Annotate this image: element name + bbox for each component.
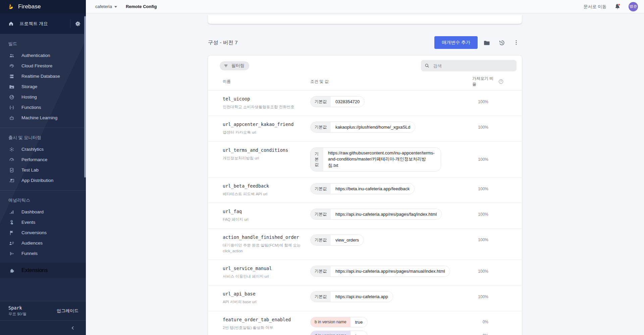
filter-button[interactable]: 필터링 bbox=[220, 61, 249, 70]
sidebar-item-label: Performance bbox=[21, 157, 47, 162]
section-label-release-monitor: 출시 및 모니터링 bbox=[0, 128, 86, 144]
add-parameter-button[interactable]: 매개변수 추가 bbox=[434, 36, 478, 49]
sidebar-item-hosting[interactable]: Hosting bbox=[0, 92, 86, 102]
value-line: 기본값 https://api.inu-cafeteria.app/res/pa… bbox=[310, 266, 522, 277]
previous-card-edge bbox=[208, 15, 522, 24]
value-pill: b in version name true bbox=[310, 317, 368, 327]
sidebar-item-events[interactable]: Events bbox=[0, 217, 86, 227]
value-pill: 기본값 https://api.inu-cafeteria.app/res/pa… bbox=[310, 266, 450, 277]
sidebar-item-label: Extensions bbox=[21, 267, 48, 273]
sidebar-collapse-bar[interactable] bbox=[0, 320, 86, 335]
sidebar-item-app-distribution[interactable]: App Distribution bbox=[0, 175, 86, 186]
sidebar-item-project-overview[interactable]: 프로젝트 개요 bbox=[0, 13, 86, 34]
param-value: kakaoplus://plusfriend/home/_xgxaSLd bbox=[331, 122, 415, 132]
table-row[interactable]: tel_uicoop 인천대학교 소비자생활협동조합 전화번호 기본값 0328… bbox=[208, 90, 522, 116]
sidebar-item-extensions[interactable]: Extensions bbox=[0, 263, 86, 278]
sidebar-item-cloud-firestore[interactable]: Cloud Firestore bbox=[0, 61, 86, 71]
sidebar-item-label: Machine Learning bbox=[21, 115, 57, 120]
table-row[interactable]: feature_order_tab_enabled 2번 탭(번호알림) 활성화… bbox=[208, 311, 522, 335]
more-options-button[interactable] bbox=[511, 37, 522, 48]
bar-chart-icon bbox=[9, 209, 15, 215]
table-row[interactable]: url_api_base API 서버의 base url 기본값 https:… bbox=[208, 285, 522, 311]
gear-icon[interactable] bbox=[74, 20, 81, 27]
table-row[interactable]: url_faq FAQ 페이지 url 기본값 https://api.inu-… bbox=[208, 203, 522, 228]
param-name: url_faq bbox=[223, 209, 310, 214]
param-cell: url_api_base API 서버의 base url bbox=[223, 291, 310, 305]
value-pill: d in version name true bbox=[310, 331, 368, 335]
sidebar-item-audiences[interactable]: Audiences bbox=[0, 238, 86, 248]
sidebar-item-conversions[interactable]: Conversions bbox=[0, 227, 86, 238]
sidebar-item-dashboard[interactable]: Dashboard bbox=[0, 207, 86, 217]
values-cell: 기본값 https://beta.inu-cafeteria.app/feedb… bbox=[310, 183, 522, 197]
plan-price: 무료 $0/월 bbox=[8, 312, 26, 317]
sidebar-item-authentication[interactable]: Authentication bbox=[0, 50, 86, 61]
brand-name: Firebase bbox=[18, 3, 41, 10]
sidebar-item-label: Conversions bbox=[21, 230, 47, 235]
condition-chip: 기본값 bbox=[311, 266, 331, 276]
value-line: 기본값 https://api.inu-cafeteria.app/res/pa… bbox=[310, 209, 522, 220]
card-toolbar: 필터링 bbox=[208, 56, 522, 76]
help-icon[interactable]: ? bbox=[499, 79, 503, 84]
sidebar-item-functions[interactable]: Functions bbox=[0, 102, 86, 113]
fetch-percent: 0% bbox=[472, 333, 522, 335]
avatar[interactable]: 병준 bbox=[629, 2, 638, 11]
sidebar-item-label: Hosting bbox=[21, 94, 37, 99]
param-value: view_orders bbox=[331, 235, 364, 245]
go-to-docs-link[interactable]: 문서로 이동 bbox=[583, 4, 606, 10]
param-description: 앱센터 카카오톡 url bbox=[223, 130, 303, 135]
param-description: 서비스 이용안내 페이지 url bbox=[223, 274, 303, 279]
value-line: 기본값 view_orders 100% bbox=[310, 234, 522, 246]
sidebar-item-label: Authentication bbox=[21, 53, 50, 58]
values-cell: 기본값 https://api.inu-cafeteria.app/res/pa… bbox=[310, 266, 522, 279]
sidebar-item-machine-learning[interactable]: Machine Learning bbox=[0, 113, 86, 123]
table-row[interactable]: url_appcenter_kakao_friend 앱센터 카카오톡 url … bbox=[208, 116, 522, 141]
crashlytics-burst-icon bbox=[9, 146, 15, 152]
value-pill: 기본값 https://raw.githubusercontent.com/in… bbox=[310, 147, 441, 172]
param-value: https://api.inu-cafeteria.app/res/pages/… bbox=[331, 266, 450, 276]
sidebar-item-label: Realtime Database bbox=[21, 74, 60, 79]
sidebar-scrollbar[interactable] bbox=[84, 16, 86, 178]
param-cell: url_beta_feedback 베타테스트 피드백 API url bbox=[223, 183, 310, 197]
param-description: 베타테스트 피드백 API url bbox=[223, 191, 303, 197]
remote-config-content: 구성 - 버전 7 매개변수 추가 bbox=[86, 13, 644, 335]
project-switcher[interactable]: cafeteria bbox=[95, 4, 117, 9]
section-label-build: 빌드 bbox=[0, 34, 86, 50]
search-input[interactable] bbox=[432, 63, 513, 69]
sidebar-item-label: App Distribution bbox=[21, 178, 53, 183]
search-box[interactable] bbox=[421, 60, 517, 71]
history-button[interactable] bbox=[496, 37, 507, 48]
sidebar-item-storage[interactable]: Storage bbox=[0, 81, 86, 92]
fetch-percent: 100% bbox=[472, 269, 522, 274]
topbar: cafeteria Remote Config 문서로 이동 병준 bbox=[86, 0, 644, 13]
param-value: https://beta.inu-cafeteria.app/feedback bbox=[331, 184, 414, 194]
notifications-bell-icon[interactable] bbox=[614, 3, 621, 10]
table-row[interactable]: url_beta_feedback 베타테스트 피드백 API url 기본값 … bbox=[208, 177, 522, 203]
firebase-logo[interactable]: Firebase bbox=[0, 0, 86, 13]
chevron-left-icon[interactable] bbox=[70, 325, 76, 331]
upgrade-button[interactable]: 업그레이드 bbox=[57, 308, 78, 314]
param-cell: url_faq FAQ 페이지 url bbox=[223, 209, 310, 222]
config-title: 구성 - 버전 7 bbox=[208, 39, 238, 46]
param-name: action_handle_finished_order bbox=[223, 234, 310, 240]
table-row[interactable]: url_terms_and_conditions 개인정보처리방침 url 기본… bbox=[208, 141, 522, 178]
fetch-percent: 100% bbox=[472, 294, 522, 299]
condition-chip: 기본값 bbox=[311, 96, 331, 107]
config-actions: 매개변수 추가 bbox=[434, 36, 522, 49]
sidebar-item-performance[interactable]: Performance bbox=[0, 154, 86, 165]
table-row[interactable]: action_handle_finished_order 대기중이던 주문 완료… bbox=[208, 228, 522, 260]
param-name: url_service_manual bbox=[223, 266, 310, 271]
sidebar-item-funnels[interactable]: Funnels bbox=[0, 248, 86, 259]
sidebar-item-label: Audiences bbox=[21, 241, 43, 246]
table-row[interactable]: url_service_manual 서비스 이용안내 페이지 url 기본값 … bbox=[208, 260, 522, 285]
sidebar-item-label: Functions bbox=[21, 105, 41, 110]
fetch-percent: 100% bbox=[472, 99, 522, 104]
value-pill: 기본값 view_orders bbox=[310, 234, 364, 246]
fetch-percent: 100% bbox=[472, 212, 522, 217]
robot-icon bbox=[9, 115, 15, 121]
value-line: 기본값 https://raw.githubusercontent.com/in… bbox=[310, 147, 522, 172]
sidebar-item-realtime-database[interactable]: Realtime Database bbox=[0, 71, 86, 81]
firebase-flame-icon bbox=[7, 3, 15, 10]
folder-button[interactable] bbox=[481, 37, 492, 48]
sidebar-item-crashlytics[interactable]: Crashlytics bbox=[0, 144, 86, 154]
sidebar-item-test-lab[interactable]: Test Lab bbox=[0, 165, 86, 175]
